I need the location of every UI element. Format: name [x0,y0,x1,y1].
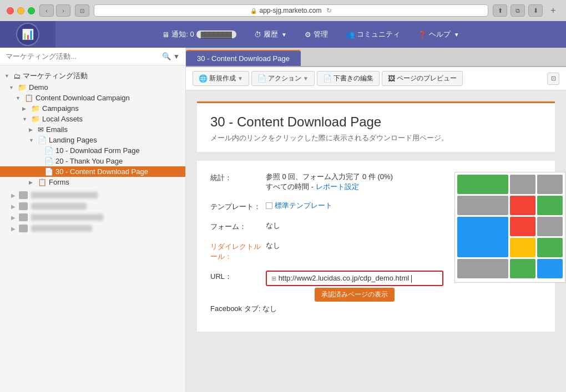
sidebar-item-landing-pages[interactable]: ▼ 📄 Landing Pages [0,135,185,145]
filter-icon[interactable]: ▼ [173,53,180,60]
template-value: 標準テンプレート [266,201,443,211]
tab-bar: 30 - Content Download Page [186,48,566,67]
sidebar-tree: ▼ 🗂 マーケティング活動 ▼ 📁 Demo ▼ 📋 Content Downl… [0,65,185,392]
expander-icon: ▼ [29,138,36,143]
stats-row: 統計： 参照 0 回、フォーム入力完了 0 件 (0%) すべての時間 - レポ… [210,172,443,192]
sidebar-content-download-label: 30 - Content Download Page [55,167,148,176]
page-icon: 📄 [44,157,53,165]
reload-icon[interactable]: ↻ [326,7,332,14]
url-text: http://www2.lucidas.co.jp/cdp_demo.html [279,274,410,282]
sidebar-item-emails[interactable]: ▶ ✉ Emails [0,124,185,135]
tab-button[interactable]: ⊡ [75,4,89,17]
nav-notification[interactable]: 🖥 通知: 0 ▓▓▓▓▓▓▓ [153,21,245,48]
action-arrow: ▼ [303,75,309,82]
campaign-icon: 📋 [24,94,33,102]
template-link[interactable]: 標準テンプレート [275,201,332,211]
tabs-button[interactable]: ⧉ [511,4,525,17]
landing-icon: 📄 [38,136,47,144]
download-button[interactable]: ⬇ [528,4,543,17]
sidebar-item-campaign[interactable]: ▼ 📋 Content Download Campaign [0,93,185,103]
stats-label: 統計： [210,172,266,183]
sidebar-item-thankyou[interactable]: 📄 20 - Thank You Page [0,156,185,166]
community-icon: 👥 [346,30,355,39]
new-button[interactable]: 🌐 新規作成 ▼ [193,71,249,86]
form-value: なし [266,221,443,231]
preview-cell-13 [537,259,563,278]
sidebar-landing-label: Landing Pages [49,136,97,144]
preview-cell-blue [457,217,508,257]
address-bar[interactable]: 🔒 app-sjg.marketo.com ↻ [94,4,488,17]
lock-icon: 🔒 [250,8,257,14]
sidebar-item-download-form[interactable]: 📄 10 - Download Form Page [0,145,185,156]
toolbar: 🌐 新規作成 ▼ 📄 アクション ▼ 📄 下書きの編集 🖼 ページのプレビュー [186,67,566,90]
address-text: app-sjg.marketo.com [259,7,321,14]
sidebar-campaigns-label: Campaigns [42,104,79,113]
sidebar-thankyou-label: 20 - Thank You Page [55,157,123,165]
fullscreen-button[interactable] [28,7,35,14]
sidebar-root-label: マーケティング活動 [23,71,88,81]
share-button[interactable]: ⬆ [493,4,507,17]
template-checkbox: 標準テンプレート [266,201,332,211]
sidebar-blurred-section: ▶ ▶ ▶ ▶ [0,187,185,236]
url-label: URL： [210,271,266,282]
main-content: 30 - Content Download Page 🌐 新規作成 ▼ 📄 アク… [186,48,566,392]
back-button[interactable]: ‹ [39,4,54,17]
url-cursor-icon: ⊞ [271,275,276,282]
draft-edit-button[interactable]: 📄 下書きの編集 [317,71,380,86]
logo: 📊 [16,23,39,46]
facebook-row: Facebook タブ: なし [210,304,443,314]
view-approved-button[interactable]: 承認済みページの表示 [315,288,395,302]
forward-button[interactable]: › [56,4,70,17]
sidebar-item-content-download[interactable]: 📄 30 - Content Download Page [0,166,185,177]
facebook-value: Facebook タブ: なし [210,304,443,314]
new-tab-button[interactable]: + [547,4,559,17]
details-panel: 統計： 参照 0 回、フォーム入力完了 0 件 (0%) すべての時間 - レポ… [197,161,555,332]
preview-button[interactable]: 🖼 ページのプレビュー [382,71,463,86]
sidebar-item-root[interactable]: ▼ 🗂 マーケティング活動 [0,70,185,82]
sidebar-item-forms[interactable]: ▶ 📋 Forms [0,177,185,187]
tab-content-download[interactable]: 30 - Content Download Page [186,50,301,66]
new-arrow: ▼ [237,75,243,82]
notification-badge: ▓▓▓▓▓▓▓ [196,30,236,38]
sidebar-item-local-assets[interactable]: ▼ 📁 Local Assets [0,114,185,124]
nav-items: 🖥 通知: 0 ▓▓▓▓▓▓▓ ⏱ 履歴 ▼ ⚙ 管理 👥 コミュニティ ❓ ヘ… [55,21,566,48]
preview-cell-8 [537,217,563,236]
text-cursor [411,275,412,283]
nav-manage[interactable]: ⚙ 管理 [296,21,337,48]
action-label: アクション [268,74,301,83]
page-icon: 📄 [44,167,53,176]
report-link[interactable]: レポート設定 [316,182,359,191]
page-content: 30 - Content Download Page メール内のリンクをクリック… [186,90,566,392]
folder-icon: 📁 [18,83,27,91]
nav-community[interactable]: 👥 コミュニティ [337,21,409,48]
action-button[interactable]: 📄 アクション ▼ [251,71,315,86]
search-input[interactable] [6,52,160,60]
expander-icon: ▶ [22,106,29,111]
details-left: 統計： 参照 0 回、フォーム入力完了 0 件 (0%) すべての時間 - レポ… [210,172,443,320]
notification-icon: 🖥 [162,30,169,39]
page-icon: 📄 [44,146,53,155]
preview-cell-2 [510,175,535,194]
traffic-lights [7,7,35,14]
nav-history[interactable]: ⏱ 履歴 ▼ [245,21,296,48]
search-icon[interactable]: 🔍 [162,52,171,60]
sidebar-item-demo[interactable]: ▼ 📁 Demo [0,82,185,93]
page-preview-thumbnail [454,172,565,283]
template-row: テンプレート： 標準テンプレート [210,201,443,212]
url-row: URL： ⊞ http://www2.lucidas.co.jp/cdp_dem… [210,271,443,286]
minimize-button[interactable] [17,7,24,14]
form-row: フォーム： なし [210,221,443,232]
preview-cell-6 [537,196,563,215]
url-container: ⊞ http://www2.lucidas.co.jp/cdp_demo.htm… [266,271,443,286]
email-icon: ✉ [38,125,44,134]
checkbox-icon [266,202,272,209]
history-icon: ⏱ [254,30,261,39]
sidebar-item-campaigns[interactable]: ▶ 📁 Campaigns [0,103,185,114]
preview-icon: 🖼 [388,74,395,83]
nav-help[interactable]: ❓ ヘルプ ▼ [409,21,468,48]
url-box[interactable]: ⊞ http://www2.lucidas.co.jp/cdp_demo.htm… [266,271,443,286]
preview-label: ページのプレビュー [397,74,457,83]
assets-icon: 📁 [31,115,40,123]
collapse-button[interactable]: ⊡ [547,73,559,85]
close-button[interactable] [7,7,14,14]
